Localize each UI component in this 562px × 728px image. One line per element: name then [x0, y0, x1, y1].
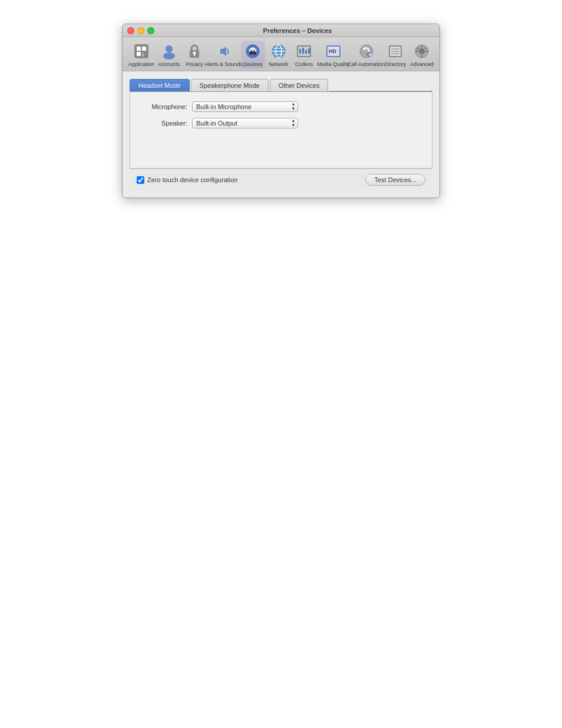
directory-label: Directory — [385, 61, 406, 67]
privacy-icon — [185, 42, 204, 61]
tab-speakerphone-mode[interactable]: Speakerphone Mode — [191, 79, 269, 91]
toolbar: i Application Accounts — [123, 37, 439, 71]
svg-point-6 — [163, 52, 175, 60]
codecs-label: Codecs — [295, 61, 313, 67]
tab-bar: Headset Mode Speakerphone Mode Other Dev… — [130, 78, 432, 92]
zero-touch-row: Zero touch device configuration — [137, 176, 365, 184]
alerts-sounds-label: Alerts & Sounds — [204, 61, 243, 67]
directory-icon — [386, 42, 405, 61]
microphone-select-wrapper: Built-in Microphone ▲▼ — [192, 101, 298, 112]
toolbar-item-accounts[interactable]: Accounts — [157, 41, 181, 68]
codecs-icon — [295, 42, 313, 61]
advanced-label: Advanced — [410, 61, 434, 67]
svg-rect-41 — [425, 51, 428, 52]
traffic-lights — [127, 27, 154, 34]
microphone-select[interactable]: Built-in Microphone — [192, 101, 298, 112]
svg-rect-9 — [194, 54, 195, 56]
devices-label: Devices — [243, 61, 262, 67]
toolbar-item-advanced[interactable]: Advanced — [409, 41, 435, 68]
content-area: Headset Mode Speakerphone Mode Other Dev… — [123, 71, 439, 197]
advanced-icon — [412, 42, 431, 61]
microphone-label: Microphone: — [142, 103, 192, 110]
privacy-label: Privacy — [186, 61, 203, 67]
svg-rect-0 — [134, 44, 148, 58]
application-label: Application — [128, 61, 154, 67]
speaker-select[interactable]: Built-in Output — [192, 118, 298, 129]
speaker-select-wrapper: Built-in Output ▲▼ — [192, 118, 298, 129]
svg-rect-2 — [142, 47, 146, 51]
test-devices-button[interactable]: Test Devices... — [365, 174, 425, 186]
toolbar-item-call-automation[interactable]: ⚙ Call Automation — [351, 41, 382, 68]
microphone-row: Microphone: Built-in Microphone ▲▼ — [142, 101, 420, 112]
maximize-button[interactable] — [147, 27, 154, 34]
tab-headset-mode[interactable]: Headset Mode — [130, 79, 190, 91]
alerts-sounds-icon — [214, 42, 233, 61]
toolbar-item-devices[interactable]: Devices — [241, 41, 265, 68]
accounts-label: Accounts — [158, 61, 180, 67]
toolbar-item-media-quality[interactable]: HD Media Quality — [318, 41, 349, 68]
minimize-button[interactable] — [137, 27, 144, 34]
toolbar-item-network[interactable]: Network — [266, 41, 290, 68]
svg-point-37 — [419, 48, 425, 54]
accounts-icon — [160, 42, 178, 61]
svg-rect-40 — [415, 51, 418, 52]
toolbar-item-codecs[interactable]: Codecs — [292, 41, 316, 68]
svg-rect-38 — [421, 45, 422, 48]
speaker-row: Speaker: Built-in Output ▲▼ — [142, 118, 420, 129]
svg-rect-24 — [308, 48, 310, 54]
window-title: Preferences – Devices — [160, 27, 435, 34]
svg-rect-3 — [137, 52, 141, 56]
tab-other-devices[interactable]: Other Devices — [270, 79, 329, 91]
preferences-window: Preferences – Devices i Application — [122, 24, 440, 198]
network-icon — [269, 42, 288, 61]
svg-rect-21 — [299, 49, 301, 54]
devices-icon — [243, 42, 262, 61]
toolbar-item-privacy[interactable]: Privacy — [182, 41, 206, 68]
speaker-label: Speaker: — [142, 120, 192, 127]
call-automation-label: Call Automation — [348, 61, 385, 67]
toolbar-item-directory[interactable]: Directory — [384, 41, 408, 68]
call-automation-icon: ⚙ — [357, 42, 376, 61]
svg-rect-22 — [302, 48, 304, 54]
svg-point-12 — [253, 51, 256, 55]
toolbar-item-application[interactable]: i Application — [127, 41, 156, 68]
media-quality-label: Media Quality — [317, 61, 349, 67]
tab-filler — [329, 78, 432, 91]
svg-rect-13 — [252, 47, 253, 51]
close-button[interactable] — [127, 27, 134, 34]
toolbar-item-alerts-sounds[interactable]: Alerts & Sounds — [208, 41, 240, 68]
svg-text:HD: HD — [329, 48, 336, 54]
svg-text:i: i — [143, 52, 144, 58]
headset-mode-panel: Microphone: Built-in Microphone ▲▼ Speak… — [130, 92, 432, 169]
application-icon: i — [132, 42, 151, 61]
zero-touch-label: Zero touch device configuration — [147, 176, 237, 183]
bottom-bar: Zero touch device configuration Test Dev… — [130, 169, 432, 190]
svg-rect-23 — [305, 50, 307, 54]
network-label: Network — [269, 61, 288, 67]
svg-rect-39 — [421, 55, 422, 58]
zero-touch-checkbox[interactable] — [137, 176, 144, 184]
svg-point-11 — [249, 51, 253, 55]
title-bar: Preferences – Devices — [123, 24, 439, 37]
svg-text:⚙: ⚙ — [368, 52, 372, 57]
svg-rect-1 — [137, 47, 141, 51]
media-quality-icon: HD — [324, 42, 343, 61]
svg-point-5 — [166, 45, 173, 52]
